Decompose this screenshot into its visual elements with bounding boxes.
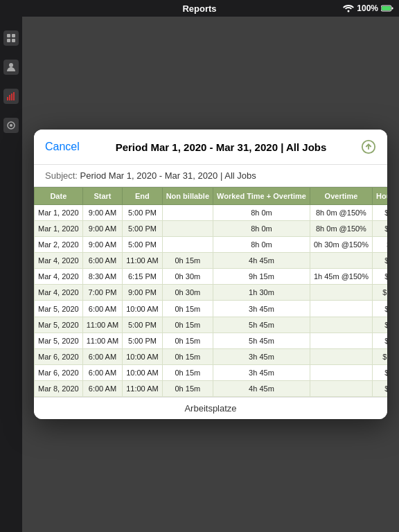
table-cell: 8h 0m xyxy=(213,221,310,237)
col-header-overtime: Overtime xyxy=(310,188,372,205)
table-cell: $46.00 xyxy=(372,381,387,397)
table-cell: 6:00 AM xyxy=(82,349,122,365)
table-cell: 7:00 PM xyxy=(82,285,122,301)
table-cell: 5:00 PM xyxy=(123,221,162,237)
bottom-bar: Arbeitsplatze xyxy=(34,397,387,419)
table-cell: Mar 1, 2020 xyxy=(35,221,83,237)
table-cell: $22.00 xyxy=(372,221,387,237)
table-cell: $26.00 xyxy=(372,317,387,333)
table-row: Mar 4, 20206:00 AM11:00 AM0h 15m4h 45m$4… xyxy=(35,253,388,269)
col-header-hourly: Hourly rate xyxy=(372,188,387,205)
table-cell: 11:00 AM xyxy=(82,333,122,349)
table-cell xyxy=(162,205,213,221)
table-row: Mar 4, 20208:30 AM6:15 PM0h 30m9h 15m1h … xyxy=(35,269,388,285)
sidebar-icon-2[interactable] xyxy=(3,60,19,75)
battery-icon xyxy=(381,5,393,12)
table-cell: 8h 0m @150% xyxy=(310,205,372,221)
table-cell: 0h 15m xyxy=(162,381,213,397)
table-cell xyxy=(310,317,372,333)
table-container[interactable]: Date Start End Non billable Worked Time … xyxy=(34,187,387,397)
subject-label: Subject: xyxy=(45,170,78,181)
table-cell: $130.00 xyxy=(372,349,387,365)
table-cell: $26.00 xyxy=(372,301,387,317)
svg-rect-3 xyxy=(392,8,393,10)
svg-rect-7 xyxy=(12,39,15,42)
table-cell: 8h 0m @150% xyxy=(310,221,372,237)
col-header-nonbill: Non billable xyxy=(162,188,213,205)
table-cell: 1h 45m @150% xyxy=(310,269,372,285)
table-cell xyxy=(310,349,372,365)
table-cell: 5:00 PM xyxy=(123,237,162,253)
table-cell: Mar 8, 2020 xyxy=(35,381,83,397)
table-row: Mar 5, 20206:00 AM10:00 AM0h 15m3h 45m$2… xyxy=(35,301,388,317)
table-row: Mar 8, 20206:00 AM11:00 AM0h 15m4h 45m$4… xyxy=(35,381,388,397)
table-cell: 5:00 PM xyxy=(123,317,162,333)
data-table: Date Start End Non billable Worked Time … xyxy=(34,187,387,397)
table-cell: Mar 6, 2020 xyxy=(35,365,83,381)
table-cell: 11:00 AM xyxy=(123,381,162,397)
table-row: Mar 5, 202011:00 AM5:00 PM0h 15m5h 45m$2… xyxy=(35,317,388,333)
table-cell xyxy=(162,221,213,237)
table-cell: 0h 15m xyxy=(162,317,213,333)
svg-rect-12 xyxy=(13,92,15,100)
status-bar-title: Reports xyxy=(182,3,216,14)
table-cell: Mar 5, 2020 xyxy=(35,301,83,317)
sidebar-icon-4[interactable] xyxy=(3,118,19,133)
table-row: Mar 5, 202011:00 AM5:00 PM0h 15m5h 45m$2… xyxy=(35,333,388,349)
table-cell: 8h 0m xyxy=(213,237,310,253)
table-cell: Mar 1, 2020 xyxy=(35,205,83,221)
table-cell: Mar 6, 2020 xyxy=(35,349,83,365)
table-cell: 8:30 AM xyxy=(82,269,122,285)
table-cell xyxy=(310,333,372,349)
status-bar: Reports 100% xyxy=(0,0,399,17)
table-cell: $40.00 xyxy=(372,253,387,269)
table-cell: $26.00 xyxy=(372,333,387,349)
table-cell: 9h 15m xyxy=(213,269,310,285)
modal: Cancel Period Mar 1, 2020 - Mar 31, 2020… xyxy=(34,130,387,419)
table-cell: $45.00 xyxy=(372,269,387,285)
table-cell: $1.00 xyxy=(372,237,387,253)
sidebar-icon-1[interactable] xyxy=(3,30,19,46)
bottom-bar-label: Arbeitsplatze xyxy=(184,403,236,414)
svg-rect-5 xyxy=(12,34,15,37)
table-cell: 5h 45m xyxy=(213,317,310,333)
table-cell: Mar 5, 2020 xyxy=(35,333,83,349)
svg-rect-4 xyxy=(7,34,10,37)
table-cell xyxy=(162,237,213,253)
table-cell xyxy=(310,285,372,301)
svg-rect-11 xyxy=(11,94,12,100)
table-body: Mar 1, 20209:00 AM5:00 PM8h 0m8h 0m @150… xyxy=(35,205,388,397)
svg-rect-9 xyxy=(7,97,8,100)
table-cell: 5h 45m xyxy=(213,333,310,349)
table-cell: 3h 45m xyxy=(213,301,310,317)
col-header-date: Date xyxy=(35,188,83,205)
table-cell: 5:00 PM xyxy=(123,205,162,221)
svg-point-14 xyxy=(10,124,12,127)
table-cell: 0h 30m @150% xyxy=(310,237,372,253)
share-icon-container[interactable] xyxy=(355,139,376,154)
sidebar xyxy=(0,17,22,532)
table-cell: Mar 2, 2020 xyxy=(35,237,83,253)
table-cell: 0h 15m xyxy=(162,333,213,349)
table-cell: 10:00 AM xyxy=(123,365,162,381)
table-cell: 0h 15m xyxy=(162,349,213,365)
table-cell: 0h 30m xyxy=(162,285,213,301)
subject-value: Period Mar 1, 2020 - Mar 31, 2020 | All … xyxy=(80,170,256,181)
table-cell: 6:00 AM xyxy=(82,253,122,269)
table-cell: 9:00 AM xyxy=(82,205,122,221)
table-cell: 11:00 AM xyxy=(123,253,162,269)
sidebar-icon-3[interactable] xyxy=(3,89,19,104)
cancel-button[interactable]: Cancel xyxy=(45,141,87,153)
table-cell: 0h 15m xyxy=(162,365,213,381)
table-cell: Mar 4, 2020 xyxy=(35,269,83,285)
col-header-worked: Worked Time + Overtime xyxy=(213,188,310,205)
table-cell: Mar 5, 2020 xyxy=(35,317,83,333)
table-cell: 0h 15m xyxy=(162,253,213,269)
table-cell: 10:00 AM xyxy=(123,301,162,317)
table-cell: $22.00 xyxy=(372,205,387,221)
table-row: Mar 2, 20209:00 AM5:00 PM8h 0m0h 30m @15… xyxy=(35,237,388,253)
table-cell xyxy=(310,365,372,381)
table-row: Mar 1, 20209:00 AM5:00 PM8h 0m8h 0m @150… xyxy=(35,221,388,237)
table-cell: 10:00 AM xyxy=(123,349,162,365)
table-row: Mar 6, 20206:00 AM10:00 AM0h 15m3h 45m$2… xyxy=(35,365,388,381)
